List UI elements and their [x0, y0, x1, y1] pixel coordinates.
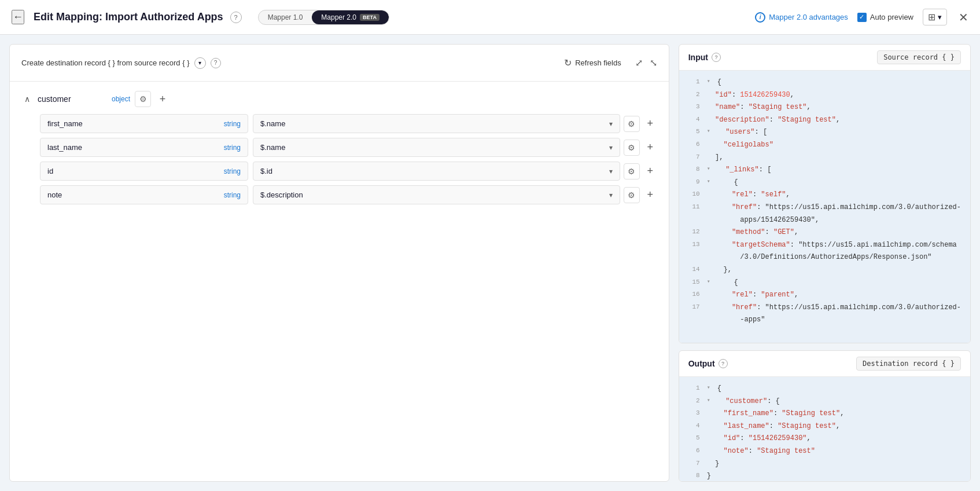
line-number: 4 [688, 114, 700, 127]
mapper-2-tab[interactable]: Mapper 2.0 BETA [312, 10, 389, 24]
input-help-icon[interactable]: ? [712, 53, 721, 62]
right-panel: Input ? Source record { } 1▾{2 "id": 151… [679, 44, 971, 482]
line-content: { [717, 76, 721, 89]
line-number: 1 [688, 383, 700, 395]
field-type-0: string [224, 120, 241, 128]
code-line: 13 "targetSchema": "https://us15.api.mai… [688, 239, 961, 252]
line-number: 13 [688, 239, 700, 252]
mapping-help-icon[interactable]: ? [211, 58, 221, 68]
line-number: 2 [688, 89, 700, 102]
expand-toggle[interactable]: ▾ [707, 164, 710, 177]
code-line: 16 "rel": "parent", [688, 289, 961, 302]
line-number: 12 [688, 226, 700, 239]
field-value-input-1[interactable]: $.name ▾ [253, 138, 620, 157]
field-label-1: last_name [47, 143, 219, 152]
mapper-1-tab[interactable]: Mapper 1.0 [259, 10, 312, 24]
field-value-text-3: $.description [260, 190, 609, 199]
field-value-input-0[interactable]: $.name ▾ [253, 114, 620, 133]
header-right-actions: i Mapper 2.0 advantages Auto preview ⊞ ▾… [755, 9, 968, 25]
auto-preview-checkbox[interactable] [857, 13, 867, 22]
field-value-input-2[interactable]: $.id ▾ [253, 162, 620, 181]
line-content: "rel": "parent", [707, 289, 798, 302]
field-settings-button-3[interactable]: ⚙ [624, 187, 640, 203]
mapping-dropdown-button[interactable]: ▾ [194, 57, 206, 69]
field-label-0: first_name [47, 119, 219, 128]
field-settings-button-1[interactable]: ⚙ [624, 140, 640, 156]
field-add-button-0[interactable]: + [643, 117, 657, 131]
line-number: 2 [688, 395, 700, 408]
line-number: 3 [688, 408, 700, 420]
expand-toggle[interactable]: ▾ [707, 383, 710, 395]
expand-toggle[interactable]: ▾ [707, 395, 710, 408]
field-left-1: last_name string [40, 138, 248, 157]
expand-toggle[interactable]: ▾ [707, 277, 710, 290]
refresh-fields-button[interactable]: ↻ Refresh fields [557, 54, 628, 72]
line-content: { [717, 177, 738, 189]
field-row: first_name string $.name ▾ ⚙ + [40, 114, 657, 133]
field-add-button-1[interactable]: + [643, 141, 657, 155]
line-content: } [707, 470, 711, 481]
code-line: 5▾ "users": [ [688, 126, 961, 139]
field-left-3: note string [40, 185, 248, 204]
customer-group-header: ∧ customer object ⚙ + [21, 91, 657, 107]
code-line: 17 "href": "https://us15.api.mailchimp.c… [688, 302, 961, 314]
line-content: "method": "GET", [707, 226, 798, 239]
line-number: 16 [688, 289, 700, 302]
expand-icon[interactable]: ⤢ [635, 57, 643, 68]
field-settings-button-0[interactable]: ⚙ [624, 116, 640, 132]
output-title: Output [688, 359, 715, 368]
expand-toggle[interactable]: ▾ [707, 126, 710, 139]
line-number: 5 [688, 433, 700, 445]
line-content: /3.0/Definitions/AuthorizedApps/Response… [707, 251, 932, 264]
code-line: 15▾ { [688, 277, 961, 290]
field-label-2: id [47, 167, 219, 175]
field-settings-button-2[interactable]: ⚙ [624, 163, 640, 179]
code-line: apps/151426259430", [688, 214, 961, 227]
close-button[interactable]: ✕ [959, 10, 968, 24]
mapping-content: ∧ customer object ⚙ + first_name string … [10, 82, 669, 481]
code-line: 3 "name": "Staging test", [688, 101, 961, 114]
line-content: "celigolabs" [707, 139, 773, 152]
expand-toggle[interactable]: ▾ [707, 76, 710, 89]
code-line: 7 } [688, 458, 961, 471]
destination-record-badge[interactable]: Destination record { } [856, 357, 961, 371]
code-line: -apps" [688, 314, 961, 327]
code-line: 4 "last_name": "Staging test", [688, 420, 961, 433]
chevron-down-icon: ▾ [938, 13, 942, 21]
back-button[interactable]: ← [12, 10, 24, 24]
code-line: 7 ], [688, 152, 961, 164]
code-line: /3.0/Definitions/AuthorizedApps/Response… [688, 251, 961, 264]
info-icon: i [755, 12, 765, 23]
line-content: "last_name": "Staging test", [707, 420, 840, 433]
line-content: "targetSchema": "https://us15.api.mailch… [707, 239, 957, 252]
mapper-advantages-link[interactable]: i Mapper 2.0 advantages [755, 12, 848, 23]
field-left-2: id string [40, 162, 248, 181]
auto-preview-toggle[interactable]: Auto preview [857, 13, 913, 22]
field-add-button-2[interactable]: + [643, 164, 657, 178]
refresh-icon: ↻ [564, 57, 572, 68]
source-record-badge[interactable]: Source record { } [877, 50, 961, 64]
customer-settings-button[interactable]: ⚙ [135, 91, 151, 107]
mapper-version-tabs: Mapper 1.0 Mapper 2.0 BETA [258, 10, 389, 25]
collapse-icon[interactable]: ⤡ [650, 57, 657, 68]
field-type-3: string [224, 191, 241, 199]
view-toggle-button[interactable]: ⊞ ▾ [923, 9, 947, 25]
line-number: 3 [688, 101, 700, 114]
field-dropdown-icon-1: ▾ [609, 144, 613, 152]
line-content: "rel": "self", [707, 189, 790, 201]
line-number: 6 [688, 445, 700, 458]
line-number: 15 [688, 277, 700, 290]
output-help-icon[interactable]: ? [719, 359, 728, 368]
field-add-button-3[interactable]: + [643, 188, 657, 202]
line-content: "_links": [ [717, 164, 772, 177]
view-toggle-icon: ⊞ [928, 12, 935, 23]
expand-toggle[interactable]: ▾ [707, 177, 710, 189]
code-line: 4 "description": "Staging test", [688, 114, 961, 127]
code-line: 10 "rel": "self", [688, 189, 961, 201]
collapse-toggle[interactable]: ∧ [21, 93, 33, 105]
field-dropdown-icon-3: ▾ [609, 191, 613, 199]
field-value-input-3[interactable]: $.description ▾ [253, 185, 620, 204]
title-help-icon[interactable]: ? [230, 12, 242, 23]
customer-add-button[interactable]: + [156, 92, 170, 106]
line-content: "users": [ [717, 126, 767, 139]
